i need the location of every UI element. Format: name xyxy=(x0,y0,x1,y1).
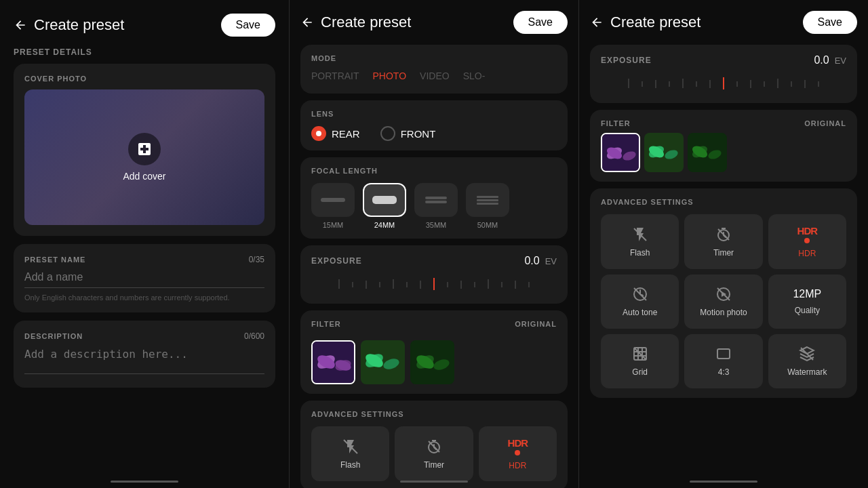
p3-quality-value: 12MP xyxy=(793,288,821,300)
tab-video[interactable]: VIDEO xyxy=(420,70,450,84)
tab-slo[interactable]: SLO- xyxy=(463,70,486,84)
lens-front-label: FRONT xyxy=(401,128,436,140)
save-button-panel1[interactable]: Save xyxy=(221,14,275,37)
p3-adv-flash[interactable]: Flash xyxy=(601,214,679,269)
p3-adv-ratio[interactable]: 4:3 xyxy=(684,334,762,388)
lens-label: LENS xyxy=(311,110,557,118)
p3-watermark-label: Watermark xyxy=(787,367,827,377)
p3-adv-grid: Flash Timer HDR xyxy=(601,214,846,388)
page-title-panel1: Create preset xyxy=(34,16,221,34)
p3-exposure-slider[interactable] xyxy=(601,73,846,94)
focal-15mm[interactable]: 15MM xyxy=(311,183,355,229)
p3-autotone-label: Auto tone xyxy=(623,308,657,317)
svg-rect-2 xyxy=(425,197,447,199)
page-title-panel3: Create preset xyxy=(610,14,803,31)
p3-filter-thumbs xyxy=(601,133,846,172)
p3-adv-motion-photo[interactable]: Motion photo xyxy=(684,274,762,329)
panel-advanced: Create preset Save EXPOSURE 0.0 EV xyxy=(579,0,868,488)
description-card: DESCRIPTION 0/600 xyxy=(14,321,275,388)
filter-original-label: ORIGINAL xyxy=(515,320,557,328)
focal-label-35mm: 35MM xyxy=(426,221,447,229)
header-panel3: Create preset Save xyxy=(590,11,857,34)
focal-label-15mm: 15MM xyxy=(323,221,344,229)
filter-thumb-3[interactable] xyxy=(410,340,454,384)
tab-portrait[interactable]: PORTRAIT xyxy=(311,70,359,84)
p3-thumb-3[interactable] xyxy=(688,133,727,172)
p3-motion-photo-label: Motion photo xyxy=(700,308,747,317)
mode-card: MODE PORTRAIT PHOTO VIDEO SLO- xyxy=(300,45,568,94)
focal-label-24mm: 24MM xyxy=(374,221,395,229)
svg-rect-6 xyxy=(477,203,498,205)
focal-length-card: FOCAL LENGTH 15MM 24MM xyxy=(300,157,568,239)
p3-filter-row: FILTER ORIGINAL xyxy=(601,119,846,127)
svg-rect-1 xyxy=(372,196,397,204)
preset-details-label: PRESET DETAILS xyxy=(14,47,275,57)
focal-icon-24mm xyxy=(363,183,406,217)
mode-tabs: PORTRAIT PHOTO VIDEO SLO- xyxy=(311,70,557,84)
p3-flash-label: Flash xyxy=(630,248,650,258)
add-cover-text: Add cover xyxy=(123,171,165,182)
filter-card: FILTER ORIGINAL xyxy=(300,310,568,394)
focal-50mm[interactable]: 50MM xyxy=(466,183,509,229)
adv-settings-label: ADVANCED SETTINGS xyxy=(311,410,557,418)
exposure-row: EXPOSURE 0.0 EV xyxy=(311,255,557,267)
back-button-panel1[interactable] xyxy=(14,18,27,32)
p3-exposure-label: EXPOSURE xyxy=(601,56,652,65)
lens-rear[interactable]: REAR xyxy=(311,126,360,141)
filter-thumb-2[interactable] xyxy=(361,340,405,384)
preset-name-input[interactable] xyxy=(24,271,264,288)
focal-35mm[interactable]: 35MM xyxy=(414,183,458,229)
adv-timer-label: Timer xyxy=(424,460,444,470)
cover-photo-area[interactable]: Add cover xyxy=(24,89,264,225)
panel-create-preset: Create preset Save PRESET DETAILS COVER … xyxy=(0,0,290,488)
svg-line-77 xyxy=(634,348,646,360)
scroll-indicator-1 xyxy=(111,481,178,483)
p3-thumb-1[interactable] xyxy=(601,133,640,172)
svg-rect-5 xyxy=(477,199,498,201)
exposure-slider[interactable] xyxy=(311,274,557,294)
lens-rear-label: REAR xyxy=(332,128,360,140)
focal-icon-35mm xyxy=(414,183,458,217)
p3-adv-hdr[interactable]: HDR HDR xyxy=(768,214,846,269)
lens-options: REAR FRONT xyxy=(311,126,557,141)
p3-adv-watermark[interactable]: Watermark xyxy=(768,334,846,388)
p3-adv-quality[interactable]: 12MP Quality xyxy=(768,274,846,329)
p3-thumb-2[interactable] xyxy=(644,133,684,172)
adv-item-hdr[interactable]: HDR HDR xyxy=(479,426,557,481)
preset-name-header: PRESET NAME 0/35 xyxy=(24,255,264,264)
preset-name-count: 0/35 xyxy=(249,255,264,264)
adv-item-flash[interactable]: Flash xyxy=(311,426,389,481)
save-button-panel2[interactable]: Save xyxy=(513,11,568,34)
cover-photo-label: COVER PHOTO xyxy=(24,75,264,83)
focal-24mm[interactable]: 24MM xyxy=(363,183,406,229)
adv-grid-partial: Flash Timer HDR xyxy=(311,426,557,481)
lens-front[interactable]: FRONT xyxy=(380,126,436,141)
p3-adv-autotone[interactable]: Auto tone xyxy=(601,274,679,329)
back-button-panel3[interactable] xyxy=(590,16,604,29)
p3-timer-label: Timer xyxy=(713,248,734,258)
description-input[interactable] xyxy=(24,348,264,374)
add-cover-icon xyxy=(128,133,161,165)
svg-rect-4 xyxy=(477,196,498,198)
filter-thumb-1[interactable] xyxy=(311,340,355,384)
p3-adv-grid-item[interactable]: Grid xyxy=(601,334,679,388)
hdr-dot xyxy=(515,450,520,455)
exposure-value: 0.0 xyxy=(524,255,539,267)
back-button-panel2[interactable] xyxy=(300,16,314,29)
p3-adv-timer[interactable]: Timer xyxy=(684,214,762,269)
save-button-panel3[interactable]: Save xyxy=(803,11,857,34)
svg-rect-0 xyxy=(321,198,345,202)
adv-item-timer[interactable]: Timer xyxy=(395,426,473,481)
description-count: 0/600 xyxy=(244,331,264,341)
p3-exposure-card: EXPOSURE 0.0 EV xyxy=(590,45,857,103)
mode-label: MODE xyxy=(311,54,557,62)
focal-length-options: 15MM 24MM 35MM xyxy=(311,183,557,229)
exposure-unit: EV xyxy=(545,256,557,266)
page-title-panel2: Create preset xyxy=(321,14,513,31)
description-label: DESCRIPTION xyxy=(24,332,83,340)
p3-hdr-label: HDR xyxy=(798,249,816,258)
tab-photo[interactable]: PHOTO xyxy=(373,70,407,84)
exposure-label: EXPOSURE xyxy=(311,256,362,266)
p3-grid-label: Grid xyxy=(632,367,648,377)
scroll-indicator-2 xyxy=(400,481,468,483)
